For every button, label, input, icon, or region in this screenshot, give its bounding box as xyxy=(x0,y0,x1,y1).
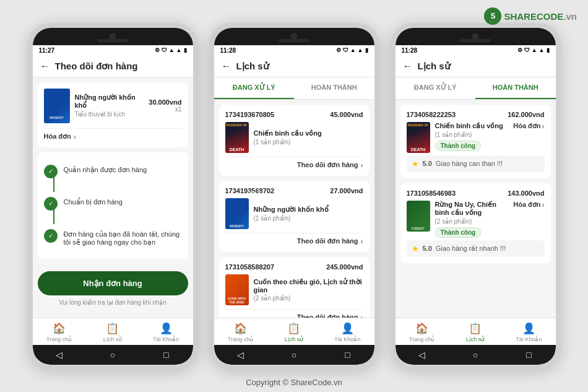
nav-home-label-1: Trang chủ xyxy=(46,336,72,342)
timeline-line-2 xyxy=(53,209,54,224)
back-arrow-2[interactable]: ← xyxy=(222,61,231,72)
logo-text: SHARECODE.vn xyxy=(504,11,577,22)
rating-score-3-1: 5.0 xyxy=(423,160,432,167)
nav-account-2[interactable]: 👤 Tài Khoản xyxy=(321,322,374,342)
history-icon-1: 📋 xyxy=(106,322,119,335)
timeline-line-1 xyxy=(53,177,54,192)
nav-account-label-3: Tài Khoản xyxy=(516,336,542,342)
book-cover-1: MISERY xyxy=(44,89,70,123)
recent-btn-2[interactable]: □ xyxy=(340,348,354,362)
invoice-right-3-1[interactable]: Hóa đơn › xyxy=(513,122,544,131)
timeline-text-2: Chuẩn bị đơn hàng xyxy=(64,197,182,206)
app-bar-1: ← Theo dõi đơn hàng xyxy=(33,56,193,77)
back-btn-2[interactable]: ◁ xyxy=(234,348,248,362)
status-bar-1: 11:27 ⚙ 🛡 ▲ ▲ ▮ xyxy=(33,45,193,56)
status-bar-2: 11:28 ⚙ 🛡 ▲ ▲ ▮ xyxy=(214,45,374,56)
phone-2-screen: 11:28 ⚙ 🛡 ▲ ▲ ▮ ← Lịch sử ĐANG XỬ LÝ HOÀ… xyxy=(214,45,374,345)
timeline-item-1: ✓ Quản nhận được đơn hàng xyxy=(44,162,182,194)
book-subtitle-1: Tiểu thuyết bi kịch xyxy=(75,111,144,118)
order-id-2-3: 1731058588207 xyxy=(225,263,275,271)
book-cover-3-1: PASSIONS OF DEATH xyxy=(407,122,430,153)
history-card-3-2: 1731058546983 143.000vnd FOREST Rừng Na … xyxy=(400,183,551,263)
history-card-2-3: 1731058588207 245.000vnd GONE WITH THE W… xyxy=(219,257,370,318)
rating-row-3-1: ★ 5.0 Giao hàng can than !!! xyxy=(407,155,545,172)
track-chevron-2-3: › xyxy=(361,313,363,318)
app-bar-title-3: Lịch sử xyxy=(418,61,451,72)
phone-3: 11:28 ⚙ 🛡 ▲ ▲ ▮ ← Lịch sử ĐANG XỬ LÝ HOÀ… xyxy=(391,23,561,370)
tab-processing-3[interactable]: ĐANG XỬ LÝ xyxy=(396,77,476,99)
nav-history-1[interactable]: 📋 Lịch sử xyxy=(86,322,139,342)
nav-home-3[interactable]: 🏠 Trang chủ xyxy=(396,322,449,342)
nav-home-label-3: Trang chủ xyxy=(409,336,435,342)
track-label-2-1: Theo dõi đơn hàng xyxy=(297,161,358,169)
app-bar-title-1: Theo dõi đơn hàng xyxy=(55,61,138,72)
screen-content-2: 1734193670805 45.000vnd PASSIONS OF DEAT… xyxy=(214,100,374,318)
book-cover-3-2: FOREST xyxy=(407,201,430,232)
tab-done-3[interactable]: HOÀN THÀNH xyxy=(475,77,556,99)
back-arrow-3[interactable]: ← xyxy=(403,61,413,72)
back-btn-1[interactable]: ◁ xyxy=(53,348,66,362)
timeline-card: ✓ Quản nhận được đơn hàng ✓ Chuẩn bị đơn… xyxy=(38,152,188,259)
book-title-2-1: Chiến binh cầu vồng xyxy=(254,129,363,137)
book-cover-2-2: MISERY xyxy=(225,198,249,229)
phone-2: 11:28 ⚙ 🛡 ▲ ▲ ▮ ← Lịch sử ĐANG XỬ LÝ HOÀ… xyxy=(209,23,379,370)
invoice-label-3-1: Hóa đơn xyxy=(513,122,540,130)
home-btn-1[interactable]: ○ xyxy=(106,348,119,362)
recent-btn-3[interactable]: □ xyxy=(522,348,535,362)
back-arrow-1[interactable]: ← xyxy=(40,61,50,72)
rating-score-3-2: 5.0 xyxy=(423,245,432,252)
screen-content-3: 1734058222253 162.000vnd PASSIONS OF DEA… xyxy=(396,100,556,318)
status-icons-1: ⚙ 🛡 ▲ ▲ ▮ xyxy=(155,47,187,53)
battery-icon: ▮ xyxy=(184,47,187,53)
nav-home-1[interactable]: 🏠 Trang chủ xyxy=(33,322,86,342)
order-header-3-1: 1734058222253 162.000vnd xyxy=(407,111,545,118)
invoice-link-1[interactable]: Hóa đơn › xyxy=(44,128,182,141)
phone-2-bottom: ◁ ○ □ xyxy=(214,345,374,365)
phones-container: 11:27 ⚙ 🛡 ▲ ▲ ▮ ← Theo dõi đơn hàng xyxy=(15,4,573,388)
nav-home-2[interactable]: 🏠 Trang chủ xyxy=(214,322,267,342)
nav-history-3[interactable]: 📋 Lịch sử xyxy=(449,322,502,342)
timeline-text-3: Đơn hàng của bạn đã hoàn tất, chúng tôi … xyxy=(64,229,182,246)
back-btn-3[interactable]: ◁ xyxy=(415,348,429,362)
shield-icon: 🛡 xyxy=(162,47,167,53)
order-products-2-2: (1 sản phẩm) xyxy=(254,215,363,222)
book-info-3-1: Chiến binh cầu vồng (1 sản phẩm) Thành c… xyxy=(435,122,509,151)
phone-1: 11:27 ⚙ 🛡 ▲ ▲ ▮ ← Theo dõi đơn hàng xyxy=(28,23,198,370)
stars-3-1: ★ xyxy=(412,159,419,168)
order-products-3-1: (1 sản phẩm) xyxy=(435,131,509,138)
order-products-2-1: (1 sản phẩm) xyxy=(254,139,363,146)
track-link-2-1[interactable]: Theo dõi đơn hàng › xyxy=(225,157,363,170)
order-header-2-3: 1731058588207 245.000vnd xyxy=(225,263,363,271)
book-qty-1: x1 xyxy=(149,106,181,113)
home-btn-2[interactable]: ○ xyxy=(287,348,301,362)
book-price-1: 30.000vnd xyxy=(149,98,181,106)
nav-account-1[interactable]: 👤 Tài Khoản xyxy=(139,322,192,342)
track-link-2-3[interactable]: Theo dõi đơn hàng › xyxy=(225,309,363,318)
battery-icon-3: ▮ xyxy=(547,47,550,53)
phone-1-bottom: ◁ ○ □ xyxy=(33,345,193,365)
success-badge-3-2: Thành công xyxy=(435,227,482,238)
order-id-3-2: 1731058546983 xyxy=(407,189,456,197)
home-btn-3[interactable]: ○ xyxy=(469,348,482,362)
book-info-2-1: Chiến binh cầu vồng (1 sản phẩm) xyxy=(254,129,363,146)
book-info-2-2: Những người khốn khổ (1 sản phẩm) xyxy=(254,206,363,222)
tab-done-2[interactable]: HOÀN THÀNH xyxy=(294,77,374,99)
track-chevron-2-1: › xyxy=(361,161,363,170)
book-title-1: Những người khốn khổ xyxy=(75,94,144,110)
order-products-3-2: (2 sản phẩm) xyxy=(435,218,509,225)
status-time-2: 11:28 xyxy=(220,47,236,54)
nav-account-3[interactable]: 👤 Tài Khoản xyxy=(502,322,555,342)
tab-processing-2[interactable]: ĐANG XỬ LÝ xyxy=(214,77,295,99)
timeline-text-1: Quản nhận được đơn hàng xyxy=(64,165,182,174)
nav-history-2[interactable]: 📋 Lịch sử xyxy=(267,322,321,342)
track-link-2-2[interactable]: Theo dõi đơn hàng › xyxy=(225,233,363,246)
recent-btn-1[interactable]: □ xyxy=(159,348,173,362)
invoice-right-3-2[interactable]: Hóa đơn › xyxy=(513,201,544,209)
status-icons-2: ⚙ 🛡 ▲ ▲ ▮ xyxy=(336,47,368,53)
account-icon-3: 👤 xyxy=(522,322,535,335)
speaker xyxy=(97,39,128,42)
app-bar-title-2: Lịch sử xyxy=(236,61,269,72)
order-price-2-1: 45.000vnd xyxy=(330,111,363,118)
receive-order-button[interactable]: Nhận đơn hàng xyxy=(38,271,188,295)
bottom-nav-2: 🏠 Trang chủ 📋 Lịch sử 👤 Tài Khoản xyxy=(214,318,374,345)
